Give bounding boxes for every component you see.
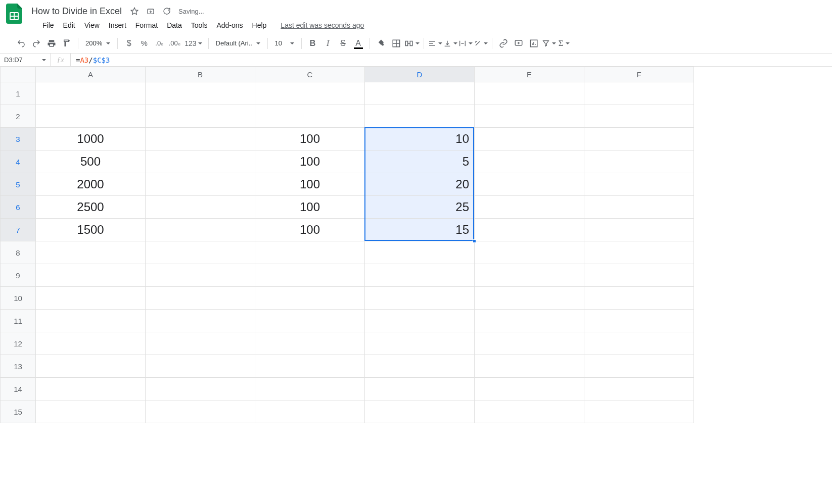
- cell-C7[interactable]: 100: [255, 219, 365, 241]
- filter-button[interactable]: [542, 36, 556, 51]
- cell-F12[interactable]: [584, 332, 694, 355]
- cell-D8[interactable]: [365, 241, 475, 264]
- cell-E8[interactable]: [475, 241, 584, 264]
- column-header-C[interactable]: C: [255, 67, 365, 82]
- column-header-D[interactable]: D: [365, 67, 475, 82]
- insert-chart-button[interactable]: [527, 36, 541, 51]
- cell-D5[interactable]: 20: [365, 173, 475, 196]
- cell-D2[interactable]: [365, 105, 475, 128]
- currency-button[interactable]: $: [122, 36, 136, 51]
- cell-E2[interactable]: [475, 105, 584, 128]
- cell-E1[interactable]: [475, 82, 584, 105]
- row-header-7[interactable]: 7: [1, 219, 36, 241]
- cell-F1[interactable]: [584, 82, 694, 105]
- cell-C2[interactable]: [255, 105, 365, 128]
- cell-F10[interactable]: [584, 287, 694, 310]
- cell-C13[interactable]: [255, 355, 365, 378]
- cell-B1[interactable]: [146, 82, 255, 105]
- cell-D9[interactable]: [365, 264, 475, 287]
- formula-input[interactable]: =A3/$C$3: [71, 56, 832, 64]
- cell-F15[interactable]: [584, 400, 694, 423]
- cell-D12[interactable]: [365, 332, 475, 355]
- column-header-A[interactable]: A: [36, 67, 146, 82]
- star-icon[interactable]: [130, 7, 139, 16]
- cell-D10[interactable]: [365, 287, 475, 310]
- cell-E7[interactable]: [475, 219, 584, 241]
- row-header-10[interactable]: 10: [1, 287, 36, 310]
- cell-D7[interactable]: 15: [365, 219, 475, 241]
- menu-view[interactable]: View: [80, 19, 104, 31]
- row-header-14[interactable]: 14: [1, 378, 36, 400]
- column-header-F[interactable]: F: [584, 67, 694, 82]
- cell-A14[interactable]: [36, 378, 146, 400]
- cell-A9[interactable]: [36, 264, 146, 287]
- cell-E5[interactable]: [475, 173, 584, 196]
- cell-B12[interactable]: [146, 332, 255, 355]
- print-button[interactable]: [44, 36, 59, 51]
- row-header-5[interactable]: 5: [1, 173, 36, 196]
- cell-E3[interactable]: [475, 128, 584, 150]
- cell-B9[interactable]: [146, 264, 255, 287]
- menu-insert[interactable]: Insert: [105, 19, 130, 31]
- row-header-3[interactable]: 3: [1, 128, 36, 150]
- name-box[interactable]: D3:D7: [0, 54, 51, 66]
- cell-D4[interactable]: 5: [365, 150, 475, 173]
- strikethrough-button[interactable]: S: [336, 36, 350, 51]
- cell-A7[interactable]: 1500: [36, 219, 146, 241]
- select-all-corner[interactable]: [1, 67, 36, 82]
- cell-B14[interactable]: [146, 378, 255, 400]
- cell-A1[interactable]: [36, 82, 146, 105]
- cell-D15[interactable]: [365, 400, 475, 423]
- cell-E14[interactable]: [475, 378, 584, 400]
- row-header-12[interactable]: 12: [1, 332, 36, 355]
- document-title[interactable]: How to Divide in Excel: [28, 5, 125, 18]
- cell-F6[interactable]: [584, 196, 694, 219]
- cell-B4[interactable]: [146, 150, 255, 173]
- cell-C14[interactable]: [255, 378, 365, 400]
- row-header-11[interactable]: 11: [1, 310, 36, 332]
- cell-A5[interactable]: 2000: [36, 173, 146, 196]
- cell-F8[interactable]: [584, 241, 694, 264]
- menu-help[interactable]: Help: [248, 19, 271, 31]
- spreadsheet-grid[interactable]: ABCDEF1231000100104500100552000100206250…: [0, 67, 832, 423]
- cell-F2[interactable]: [584, 105, 694, 128]
- cell-D11[interactable]: [365, 310, 475, 332]
- row-header-9[interactable]: 9: [1, 264, 36, 287]
- cell-A3[interactable]: 1000: [36, 128, 146, 150]
- cell-B5[interactable]: [146, 173, 255, 196]
- cell-E11[interactable]: [475, 310, 584, 332]
- font-size-dropdown[interactable]: 10: [272, 37, 297, 50]
- cell-A6[interactable]: 2500: [36, 196, 146, 219]
- cell-C1[interactable]: [255, 82, 365, 105]
- cell-E10[interactable]: [475, 287, 584, 310]
- cell-E13[interactable]: [475, 355, 584, 378]
- cell-F14[interactable]: [584, 378, 694, 400]
- text-color-button[interactable]: A: [351, 36, 365, 51]
- bold-button[interactable]: B: [306, 36, 320, 51]
- cell-A15[interactable]: [36, 400, 146, 423]
- cell-D1[interactable]: [365, 82, 475, 105]
- cell-F13[interactable]: [584, 355, 694, 378]
- cell-D6[interactable]: 25: [365, 196, 475, 219]
- redo-button[interactable]: [29, 36, 43, 51]
- cell-B15[interactable]: [146, 400, 255, 423]
- percent-button[interactable]: %: [137, 36, 151, 51]
- cell-E9[interactable]: [475, 264, 584, 287]
- cell-A8[interactable]: [36, 241, 146, 264]
- cell-C6[interactable]: 100: [255, 196, 365, 219]
- row-header-6[interactable]: 6: [1, 196, 36, 219]
- undo-button[interactable]: [14, 36, 28, 51]
- menu-tools[interactable]: Tools: [187, 19, 212, 31]
- move-icon[interactable]: [146, 7, 155, 16]
- more-formats-button[interactable]: 123: [182, 36, 204, 51]
- cell-F3[interactable]: [584, 128, 694, 150]
- cell-C5[interactable]: 100: [255, 173, 365, 196]
- menu-data[interactable]: Data: [163, 19, 186, 31]
- cell-F11[interactable]: [584, 310, 694, 332]
- vertical-align-button[interactable]: [443, 36, 457, 51]
- cell-A4[interactable]: 500: [36, 150, 146, 173]
- cell-F4[interactable]: [584, 150, 694, 173]
- cell-A13[interactable]: [36, 355, 146, 378]
- cell-F5[interactable]: [584, 173, 694, 196]
- cell-D14[interactable]: [365, 378, 475, 400]
